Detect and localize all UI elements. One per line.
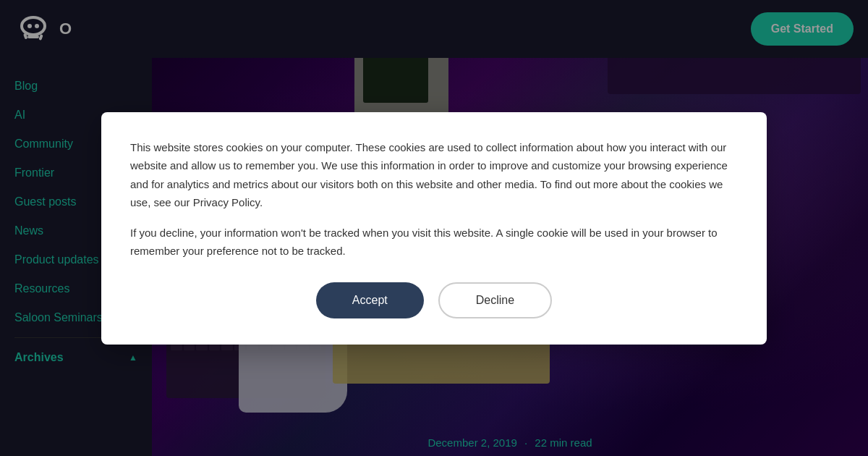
cookie-modal: This website stores cookies on your comp… — [101, 112, 767, 345]
decline-button[interactable]: Decline — [438, 282, 552, 318]
accept-button[interactable]: Accept — [316, 282, 424, 318]
cookie-overlay: This website stores cookies on your comp… — [0, 0, 868, 456]
cookie-text-2: If you decline, your information won't b… — [130, 224, 738, 261]
cookie-buttons: Accept Decline — [130, 282, 738, 318]
cookie-text-1: This website stores cookies on your comp… — [130, 138, 738, 212]
